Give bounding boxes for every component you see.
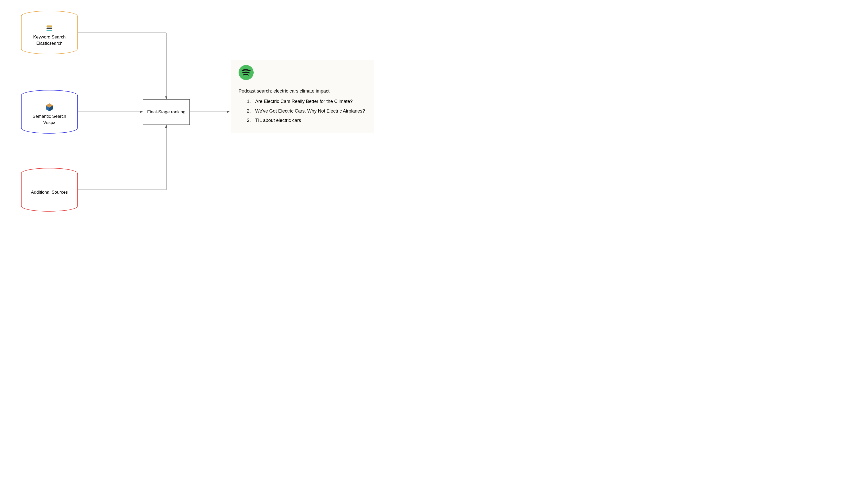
result-item: We've Got Electric Cars. Why Not Electri… xyxy=(252,107,367,115)
spotify-icon xyxy=(239,65,367,83)
ranking-label: Final-Stage ranking xyxy=(147,110,185,115)
result-item: TIL about electric cars xyxy=(252,116,367,125)
source-label-line2: Vespa xyxy=(32,120,66,126)
vespa-icon xyxy=(32,103,66,112)
source-keyword-search: Keyword Search Elasticsearch xyxy=(21,10,78,55)
svg-rect-2 xyxy=(46,26,52,27)
final-stage-ranking-box: Final-Stage ranking xyxy=(143,99,190,125)
svg-rect-4 xyxy=(46,30,52,31)
result-item: Are Electric Cars Really Better for the … xyxy=(252,97,367,106)
source-additional: Additional Sources xyxy=(21,168,78,212)
svg-rect-3 xyxy=(46,28,52,29)
results-panel: Podcast search: electric cars climate im… xyxy=(231,60,374,132)
source-label-line1: Additional Sources xyxy=(31,189,68,195)
source-semantic-search: Semantic Search Vespa xyxy=(21,90,78,134)
search-label: Podcast search: electric cars climate im… xyxy=(239,87,367,95)
source-label-line1: Keyword Search xyxy=(33,34,66,40)
elasticsearch-icon xyxy=(33,24,66,32)
source-label-line1: Semantic Search xyxy=(32,113,66,120)
results-list: Are Electric Cars Really Better for the … xyxy=(239,97,367,125)
source-label-line2: Elasticsearch xyxy=(33,40,66,47)
